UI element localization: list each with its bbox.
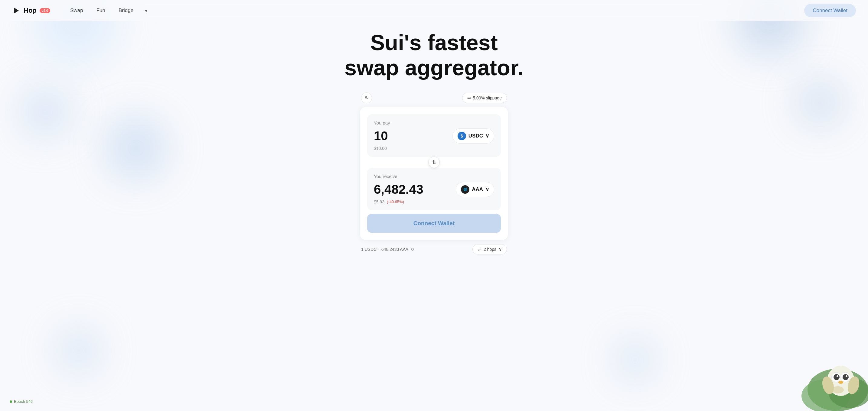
svg-point-14 bbox=[846, 375, 861, 395]
hops-label: 2 hops bbox=[484, 247, 496, 252]
globe-icon: 🌐 bbox=[463, 188, 467, 191]
svg-point-4 bbox=[827, 366, 855, 396]
swap-info: 1 USDC ≈ 648.2433 AAA ↻ ⇌ 2 hops ∨ bbox=[360, 240, 508, 254]
refresh-button[interactable]: ↻ bbox=[361, 93, 372, 103]
receive-token-selector[interactable]: 🌐 AAA ∨ bbox=[456, 182, 494, 197]
hops-icon: ⇌ bbox=[477, 247, 481, 252]
pay-card: You pay $ USDC ∨ $10.00 bbox=[367, 114, 501, 157]
pay-token-selector[interactable]: $ USDC ∨ bbox=[453, 129, 494, 143]
pay-token-chevron: ∨ bbox=[486, 133, 489, 139]
slippage-icon: ⇌ bbox=[467, 96, 471, 100]
pay-token-label: USDC bbox=[468, 133, 483, 139]
pay-row: $ USDC ∨ bbox=[374, 129, 494, 143]
svg-point-8 bbox=[843, 374, 849, 380]
nav-bridge[interactable]: Bridge bbox=[113, 5, 139, 16]
nav-more[interactable]: ▾ bbox=[141, 5, 151, 16]
receive-amount: 6,482.43 bbox=[374, 182, 424, 197]
hops-button[interactable]: ⇌ 2 hops ∨ bbox=[472, 244, 507, 254]
hops-chevron: ∨ bbox=[499, 247, 502, 252]
connect-wallet-button[interactable]: Connect Wallet bbox=[804, 4, 856, 17]
svg-point-11 bbox=[838, 381, 843, 384]
aaa-icon: 🌐 bbox=[461, 185, 469, 194]
pay-usd-value: $10.00 bbox=[374, 146, 494, 151]
divider-row: ⇅ bbox=[367, 157, 501, 168]
epoch-label: Epoch 546 bbox=[14, 399, 33, 404]
swap-toolbar: ↻ ⇌ 5.00% slippage bbox=[360, 93, 508, 103]
usdc-icon: $ bbox=[458, 132, 466, 140]
receive-card: You receive 6,482.43 🌐 AAA ∨ $5.93 bbox=[367, 168, 501, 210]
main-content: Sui's fastest swap aggregator. ↻ ⇌ 5.00%… bbox=[0, 0, 868, 254]
nav-fun[interactable]: Fun bbox=[91, 5, 111, 16]
rate-text: 1 USDC ≈ 648.2433 AAA ↻ bbox=[361, 247, 414, 252]
slippage-label: 5.00% slippage bbox=[473, 96, 502, 100]
hero-title: Sui's fastest swap aggregator. bbox=[344, 30, 524, 80]
rate-label: 1 USDC ≈ 648.2433 AAA bbox=[361, 247, 408, 252]
svg-point-10 bbox=[846, 375, 847, 377]
swap-container: ↻ ⇌ 5.00% slippage You pay $ bbox=[360, 93, 508, 254]
swap-card: You pay $ USDC ∨ $10.00 bbox=[360, 107, 508, 240]
swap-direction-button[interactable]: ⇅ bbox=[428, 157, 440, 168]
svg-point-12 bbox=[832, 386, 844, 393]
svg-point-5 bbox=[831, 372, 841, 382]
receive-usd: $5.93 bbox=[374, 200, 384, 204]
logo-area: Hop v2.0 bbox=[12, 6, 50, 15]
rate-refresh-icon[interactable]: ↻ bbox=[411, 247, 414, 252]
refresh-icon: ↻ bbox=[365, 95, 369, 101]
receive-label: You receive bbox=[374, 174, 494, 179]
svg-point-7 bbox=[834, 374, 840, 380]
hop-logo-icon bbox=[12, 6, 21, 15]
receive-token-label: AAA bbox=[472, 186, 483, 193]
slippage-button[interactable]: ⇌ 5.00% slippage bbox=[462, 93, 507, 103]
app-name: Hop bbox=[24, 7, 37, 14]
receive-token-chevron: ∨ bbox=[486, 186, 489, 193]
svg-point-6 bbox=[840, 372, 850, 382]
chevron-down-icon: ▾ bbox=[145, 7, 148, 14]
swap-arrow-icon: ⇅ bbox=[432, 159, 436, 165]
svg-marker-0 bbox=[14, 7, 19, 13]
version-badge: v2.0 bbox=[40, 8, 50, 13]
receive-value-row: $5.93 (-40.65%) bbox=[374, 200, 494, 204]
epoch-indicator: Epoch 546 bbox=[10, 399, 33, 404]
svg-point-2 bbox=[802, 379, 850, 411]
connect-wallet-main-button[interactable]: Connect Wallet bbox=[367, 214, 501, 233]
svg-point-3 bbox=[829, 378, 868, 408]
navbar: Hop v2.0 Swap Fun Bridge ▾ Connect Walle… bbox=[0, 0, 868, 21]
svg-point-13 bbox=[820, 375, 836, 395]
svg-point-9 bbox=[837, 375, 838, 377]
nav-links: Swap Fun Bridge ▾ bbox=[65, 5, 804, 16]
epoch-dot bbox=[10, 401, 12, 403]
receive-price-change: (-40.65%) bbox=[387, 200, 404, 204]
pay-amount-input[interactable] bbox=[374, 129, 434, 143]
cards-wrapper: You pay $ USDC ∨ $10.00 bbox=[367, 114, 501, 210]
nav-swap[interactable]: Swap bbox=[65, 5, 89, 16]
receive-row: 6,482.43 🌐 AAA ∨ bbox=[374, 182, 494, 197]
svg-point-1 bbox=[807, 369, 868, 411]
character-illustration bbox=[777, 336, 868, 411]
pay-label: You pay bbox=[374, 120, 494, 126]
